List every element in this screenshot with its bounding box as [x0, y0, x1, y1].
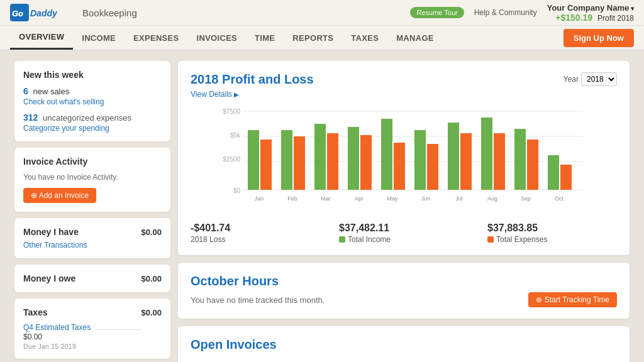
q4-taxes-row: Q4 Estimated Taxes .....................… — [23, 322, 162, 350]
money-owe-row: Money I owe $0.00 — [23, 273, 162, 283]
taxes-dots: ........................ — [96, 324, 142, 331]
svg-text:$2500: $2500 — [223, 156, 240, 163]
resume-tour-button[interactable]: Resume Tour — [410, 7, 464, 18]
money-owe-card: Money I owe $0.00 — [14, 265, 170, 292]
logo-area: Go Go Daddy Bookkeeping — [10, 3, 137, 23]
new-sales-count: 6 — [23, 86, 28, 96]
money-owe-value: $0.00 — [141, 274, 162, 283]
expenses-stat: $37,883.85 Total Expenses — [487, 222, 617, 244]
svg-rect-22 — [360, 135, 372, 190]
svg-text:$0: $0 — [233, 187, 241, 194]
chart-area: $7500 $5k $2500 $0 Jan Feb — [191, 105, 617, 214]
whats-selling-link[interactable]: Check out what's selling — [23, 97, 162, 106]
svg-rect-37 — [527, 140, 538, 190]
new-sales-row: 6 new sales Check out what's selling — [23, 86, 162, 106]
nav-manage[interactable]: MANAGE — [387, 27, 443, 49]
q4-taxes-link[interactable]: Q4 Estimated Taxes — [23, 323, 91, 332]
uncategorized-row: 312 uncategorized expenses Categorize yo… — [23, 112, 162, 133]
svg-text:May: May — [387, 195, 398, 202]
taxes-title: Taxes — [23, 307, 48, 317]
svg-rect-15 — [281, 130, 292, 190]
svg-text:Mar: Mar — [321, 195, 331, 202]
income-stat: $37,482.11 Total Income — [339, 222, 469, 244]
loss-value: -$401.74 — [191, 222, 320, 234]
new-this-week-title: New this week — [23, 70, 162, 80]
chart-header: 2018 Profit and Loss View Details Year 2… — [191, 72, 617, 99]
uncategorized-count: 312 — [23, 112, 38, 123]
svg-text:Go: Go — [12, 9, 23, 18]
svg-rect-39 — [548, 155, 559, 190]
nav-overview[interactable]: OVERVIEW — [10, 26, 73, 50]
nav-expenses[interactable]: EXPENSES — [125, 27, 188, 49]
start-tracking-button[interactable]: Start Tracking Time — [528, 292, 617, 307]
invoice-activity-text: You have no Invoice Activity. — [23, 173, 162, 182]
profit-display: +$150.19 Profit 2018 — [555, 13, 634, 23]
svg-rect-12 — [248, 130, 259, 190]
october-hours-card: October Hours You have no time tracked t… — [178, 263, 630, 319]
svg-rect-30 — [448, 123, 459, 190]
svg-text:Jan: Jan — [255, 195, 264, 202]
chart-legend: -$401.74 2018 Loss $37,482.11 Total Inco… — [191, 222, 617, 244]
svg-text:Daddy: Daddy — [30, 8, 58, 18]
svg-rect-31 — [460, 133, 472, 190]
other-transactions-link[interactable]: Other Transactions — [23, 241, 162, 250]
svg-text:Aug: Aug — [487, 195, 497, 202]
income-value: $37,482.11 — [339, 222, 469, 234]
profit-loss-card: 2018 Profit and Loss View Details Year 2… — [178, 61, 630, 255]
income-label: Total Income — [339, 235, 469, 244]
nav-income[interactable]: INCOME — [73, 27, 125, 49]
svg-rect-28 — [427, 144, 438, 190]
sidebar: New this week 6 new sales Check out what… — [14, 61, 170, 362]
godaddy-logo: Go Go Daddy — [10, 3, 76, 23]
q4-taxes-amount: $0.00 — [23, 332, 42, 341]
expenses-legend-dot — [487, 236, 494, 243]
company-name[interactable]: Your Company Name — [547, 3, 634, 13]
sign-up-button[interactable]: Sign Up Now — [564, 29, 634, 47]
year-selector: Year 2018 2017 — [564, 72, 617, 86]
nav-reports[interactable]: REPORTS — [284, 27, 342, 49]
svg-rect-13 — [260, 140, 272, 190]
svg-rect-27 — [414, 130, 426, 190]
svg-rect-21 — [348, 127, 359, 190]
nav-invoices[interactable]: INVOICES — [188, 27, 247, 49]
year-select[interactable]: 2018 2017 — [581, 72, 617, 86]
money-have-row: Money I have $0.00 — [23, 227, 162, 237]
bookkeeping-label: Bookkeeping — [82, 8, 137, 18]
company-profit-group: Your Company Name +$150.19 Profit 2018 — [547, 3, 634, 23]
svg-rect-25 — [394, 143, 405, 190]
money-have-value: $0.00 — [141, 228, 162, 237]
october-hours-row: You have no time tracked this month. Sta… — [191, 292, 617, 307]
svg-rect-19 — [327, 133, 338, 190]
svg-text:$7500: $7500 — [223, 108, 240, 115]
main-panel: 2018 Profit and Loss View Details Year 2… — [178, 61, 630, 362]
svg-rect-33 — [481, 118, 492, 190]
svg-rect-18 — [314, 124, 326, 190]
taxes-header-row: Taxes $0.00 — [23, 307, 162, 317]
svg-text:Feb: Feb — [287, 195, 297, 202]
taxes-card: Taxes $0.00 Q4 Estimated Taxes .........… — [14, 299, 170, 359]
add-invoice-button[interactable]: Add an Invoice — [23, 188, 96, 203]
top-bar-right: Resume Tour Help & Community Your Compan… — [410, 3, 634, 23]
main-content: New this week 6 new sales Check out what… — [4, 51, 640, 362]
no-time-text: You have no time tracked this month. — [191, 295, 325, 305]
help-community-link[interactable]: Help & Community — [474, 8, 537, 17]
nav-taxes[interactable]: TAXES — [342, 27, 387, 49]
expenses-value: $37,883.85 — [487, 222, 617, 234]
profit-loss-chart: $7500 $5k $2500 $0 Jan Feb — [191, 105, 617, 212]
svg-rect-16 — [294, 136, 305, 190]
year-label: Year — [564, 75, 579, 84]
top-bar-left: Go Go Daddy Bookkeeping — [10, 3, 137, 23]
new-this-week-card: New this week 6 new sales Check out what… — [14, 61, 170, 141]
new-sales-text: new sales — [33, 87, 69, 96]
top-bar: Go Go Daddy Bookkeeping Resume Tour Help… — [0, 0, 644, 26]
svg-text:Apr: Apr — [355, 195, 364, 202]
svg-text:Oct: Oct — [555, 195, 564, 202]
loss-label: 2018 Loss — [191, 235, 320, 244]
svg-text:$5k: $5k — [230, 132, 241, 139]
view-details-link[interactable]: View Details — [191, 90, 239, 99]
invoice-activity-title: Invoice Activity — [23, 156, 162, 167]
categorize-link[interactable]: Categorize your spending — [23, 124, 162, 133]
income-legend-dot — [339, 236, 345, 243]
nav-time[interactable]: TIME — [246, 27, 284, 49]
svg-text:Jun: Jun — [421, 195, 431, 202]
